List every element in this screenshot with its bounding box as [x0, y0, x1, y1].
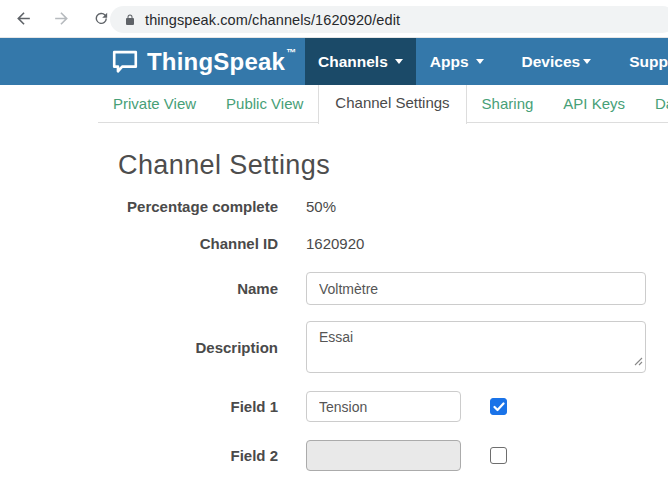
browser-toolbar: thingspeak.com/channels/1620920/edit — [0, 0, 668, 38]
field1-input[interactable] — [306, 391, 461, 422]
name-label: Name — [98, 280, 278, 297]
channel-id-value: 1620920 — [306, 235, 364, 252]
description-row: Description Essai — [0, 321, 668, 373]
address-bar[interactable]: thingspeak.com/channels/1620920/edit — [110, 6, 668, 33]
channel-settings-panel: Channel Settings Percentage complete 50%… — [0, 121, 668, 471]
tab-private-view[interactable]: Private View — [98, 86, 211, 122]
speech-bubble-icon — [110, 48, 140, 75]
navbar-menu: Channels Apps Devices Support — [305, 38, 668, 85]
percentage-complete-row: Percentage complete 50% — [0, 198, 668, 215]
url-text: thingspeak.com/channels/1620920/edit — [145, 12, 400, 28]
field2-input[interactable] — [306, 440, 461, 471]
forward-button[interactable] — [46, 4, 76, 34]
channel-id-label: Channel ID — [98, 235, 278, 252]
screen: thingspeak.com/channels/1620920/edit Thi… — [0, 0, 668, 495]
lock-icon — [124, 13, 136, 27]
channel-tabs: Private View Public View Channel Setting… — [98, 85, 668, 123]
field1-row: Field 1 — [0, 391, 668, 422]
nav-item-channels[interactable]: Channels — [305, 38, 416, 85]
tab-data-import-export[interactable]: Data Import / Export — [640, 86, 668, 122]
field2-checkbox[interactable] — [490, 447, 507, 464]
field1-label: Field 1 — [98, 398, 278, 415]
nav-item-devices[interactable]: Devices — [508, 38, 606, 85]
field1-checkbox[interactable] — [490, 398, 507, 415]
brand-name: ThingSpeak — [147, 48, 285, 76]
forward-arrow-icon — [52, 9, 71, 28]
description-input[interactable]: Essai — [306, 321, 646, 373]
back-button[interactable] — [8, 4, 38, 34]
tab-channel-settings[interactable]: Channel Settings — [318, 85, 466, 124]
chevron-down-icon — [476, 59, 484, 64]
name-row: Name — [0, 272, 668, 305]
refresh-icon — [93, 10, 110, 27]
channel-settings-form: Percentage complete 50% Channel ID 16209… — [0, 198, 668, 471]
chevron-down-icon — [395, 59, 403, 64]
field2-row: Field 2 — [0, 440, 668, 471]
nav-item-support[interactable]: Support — [615, 38, 668, 85]
tab-public-view[interactable]: Public View — [211, 86, 318, 122]
back-arrow-icon — [14, 9, 33, 28]
thingspeak-logo[interactable]: ThingSpeak ™ — [110, 38, 296, 85]
description-label: Description — [98, 339, 278, 356]
tab-sharing[interactable]: Sharing — [467, 86, 549, 122]
percentage-complete-label: Percentage complete — [98, 198, 278, 215]
percentage-complete-value: 50% — [306, 198, 336, 215]
tab-api-keys[interactable]: API Keys — [548, 86, 640, 122]
field2-label: Field 2 — [98, 447, 278, 464]
page-title: Channel Settings — [118, 148, 668, 182]
trademark-symbol: ™ — [286, 47, 296, 58]
nav-item-apps[interactable]: Apps — [416, 38, 498, 85]
name-input[interactable] — [306, 272, 646, 305]
thingspeak-navbar: ThingSpeak ™ Channels Apps Devices Suppo… — [0, 38, 668, 85]
channel-id-row: Channel ID 1620920 — [0, 235, 668, 252]
chevron-down-icon — [583, 59, 591, 64]
